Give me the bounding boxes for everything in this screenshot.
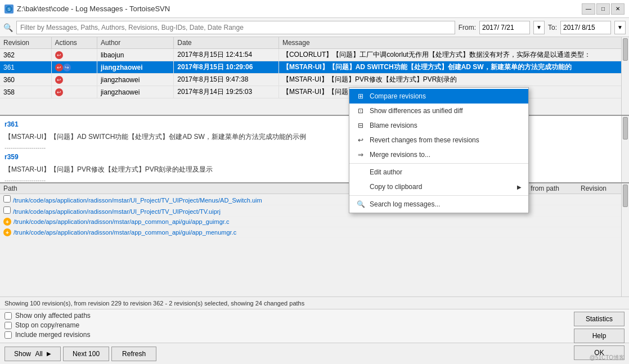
- red-action-icon: ↩: [55, 51, 63, 59]
- log-scrollbar-thumb[interactable]: [623, 38, 628, 61]
- detail-scrollbar[interactable]: [621, 116, 629, 182]
- cell-actions: ↩: [51, 49, 97, 61]
- path-row[interactable]: +/trunk/code/aps/application/radisson/ms…: [0, 217, 629, 227]
- filter-input[interactable]: [16, 21, 455, 34]
- red-action-icon: ↩: [55, 88, 63, 96]
- revision1-link[interactable]: r361: [5, 120, 19, 128]
- menu-item-label: Compare revisions: [370, 92, 426, 100]
- close-button[interactable]: ✕: [611, 3, 624, 15]
- path-section: Path Action Copy from path Revision /tru…: [0, 183, 629, 297]
- menu-item[interactable]: ↩Revert changes from these revisions: [349, 133, 528, 147]
- path-scrollbar-thumb[interactable]: [623, 185, 628, 207]
- path-row[interactable]: /trunk/code/aps/application/radisson/mst…: [0, 205, 629, 217]
- minimize-button[interactable]: —: [582, 3, 595, 15]
- cell-actions: ↩↪: [51, 61, 97, 74]
- checkbox-affected-paths-input[interactable]: [5, 312, 12, 320]
- menu-item[interactable]: ⇒Merge revisions to...: [349, 147, 528, 162]
- path-table-header: Path Action Copy from path Revision: [0, 183, 629, 194]
- blue-action-icon: ↪: [63, 64, 71, 71]
- menu-item-icon: ⊡: [356, 106, 365, 115]
- checkbox-merged-label: Include merged revisions: [15, 331, 90, 339]
- path-plus-icon: +: [3, 228, 11, 236]
- right-buttons: Statistics Help OK: [574, 312, 624, 360]
- path-row[interactable]: /trunk/code/aps/application/radisson/mst…: [0, 194, 629, 205]
- statistics-label: Statistics: [586, 315, 613, 323]
- title-bar: S Z:\bak\test\code - Log Messages - Tort…: [0, 0, 629, 18]
- checkbox-merged-input[interactable]: [5, 331, 12, 339]
- log-table: Revision Actions Author Date Message 362…: [0, 37, 629, 98]
- checkbox-affected-paths-label: Show only affected paths: [15, 312, 91, 320]
- cell-date: 2017年8月15日 9:47:38: [174, 74, 279, 86]
- table-row[interactable]: 360↩jiangzhaowei2017年8月15日 9:47:38【MSTAR…: [0, 74, 629, 86]
- cell-date: 2017年8月14日 19:25:03: [174, 86, 279, 98]
- cell-revision: 361: [0, 61, 51, 74]
- refresh-button[interactable]: Refresh: [111, 347, 156, 361]
- menu-item[interactable]: ⊞Compare revisions: [349, 89, 528, 104]
- checkbox-affected-paths: Show only affected paths: [5, 312, 624, 320]
- menu-item[interactable]: ⊟Blame revisions: [349, 118, 528, 133]
- menu-item-icon: ⊞: [356, 92, 365, 101]
- to-label: To:: [548, 24, 557, 32]
- path-plus-icon: +: [3, 218, 11, 226]
- path-link[interactable]: /trunk/code/aps/application/radisson/mst…: [13, 208, 221, 215]
- menu-item-label: Blame revisions: [370, 122, 417, 129]
- cell-message: 【MSTAR-UI】【问题】PVR修改【处理方式】PVR刻录的: [278, 74, 628, 86]
- to-date-input[interactable]: [560, 21, 611, 34]
- watermark: @51CTO博客: [590, 354, 624, 362]
- path-link[interactable]: /trunk/code/aps/application/radisson/mst…: [14, 218, 229, 225]
- detail-revision1: r361: [5, 119, 624, 129]
- cell-actions: ↩: [51, 74, 97, 86]
- menu-item[interactable]: 🔍Search log messages...: [349, 197, 528, 212]
- from-date-dropdown[interactable]: ▼: [533, 21, 545, 34]
- title-bar-left: S Z:\bak\test\code - Log Messages - Tort…: [5, 5, 170, 14]
- menu-item[interactable]: ⊡Show differences as unified diff: [349, 104, 528, 118]
- revision2-link[interactable]: r359: [5, 153, 19, 161]
- cell-message: 【COLORLUT】【问题】工厂中调colorlut无作用【处理方式】数据没有对…: [278, 49, 628, 61]
- cell-author: jiangzhaowei: [97, 86, 173, 98]
- table-row[interactable]: 362↩libaojun2017年8月15日 12:41:54【COLORLUT…: [0, 49, 629, 61]
- menu-item-icon: [356, 168, 365, 177]
- col-actions: Actions: [51, 37, 97, 49]
- to-date-dropdown[interactable]: ▼: [614, 21, 626, 34]
- search-icon: 🔍: [3, 23, 13, 32]
- from-date-input[interactable]: [479, 21, 530, 34]
- checkbox-merged: Include merged revisions: [5, 331, 624, 339]
- path-row[interactable]: +/trunk/code/aps/application/radisson/ms…: [0, 227, 629, 238]
- path-checkbox[interactable]: [3, 206, 11, 214]
- checkbox-stop-copy: Stop on copy/rename: [5, 321, 624, 329]
- cell-revision: 358: [0, 86, 51, 98]
- table-row[interactable]: 358↩jiangzhaowei2017年8月14日 19:25:03【MSTA…: [0, 86, 629, 98]
- detail-scrollbar-thumb[interactable]: [623, 117, 628, 140]
- menu-arrow-icon: ▶: [517, 184, 522, 190]
- maximize-button[interactable]: □: [596, 3, 610, 15]
- window-title: Z:\bak\test\code - Log Messages - Tortoi…: [17, 5, 170, 13]
- log-scrollbar[interactable]: [621, 37, 629, 115]
- menu-item-icon: ⇒: [356, 150, 365, 159]
- path-scrollbar[interactable]: [621, 183, 629, 296]
- red-action-icon: ↩: [55, 76, 63, 84]
- menu-item[interactable]: Edit author: [349, 165, 528, 179]
- menu-item[interactable]: Copy to clipboard▶: [349, 179, 528, 194]
- detail-text1: 【MSTAR-UI】【问题】AD SWITCH功能【处理方式】创建AD SW，新…: [5, 132, 624, 142]
- statistics-button[interactable]: Statistics: [574, 312, 624, 326]
- red-action-icon: ↩: [55, 64, 63, 71]
- log-table-header: Revision Actions Author Date Message: [0, 37, 629, 49]
- checkbox-stop-copy-input[interactable]: [5, 322, 12, 329]
- path-checkbox[interactable]: [3, 195, 11, 203]
- menu-item-icon: ↩: [356, 136, 365, 145]
- col-message: Message: [278, 37, 628, 49]
- show-button[interactable]: Show All ▶: [5, 347, 61, 361]
- table-row[interactable]: 361↩↪jiangzhaowei2017年8月15日 10:29:06【MST…: [0, 61, 629, 74]
- path-link[interactable]: /trunk/code/aps/application/radisson/mst…: [14, 229, 236, 236]
- from-label: From:: [459, 24, 476, 32]
- help-label: Help: [592, 332, 606, 340]
- next100-button[interactable]: Next 100: [63, 347, 109, 361]
- filter-bar: 🔍 From: ▼ To: ▼: [0, 18, 629, 37]
- bottom-bar: Show All ▶ Next 100 Refresh: [0, 343, 629, 364]
- menu-item-icon: 🔍: [356, 200, 365, 209]
- cell-revision: 362: [0, 49, 51, 61]
- menu-item-label: Edit author: [370, 168, 402, 176]
- cell-date: 2017年8月15日 10:29:06: [174, 61, 279, 74]
- help-button[interactable]: Help: [574, 329, 624, 343]
- path-link[interactable]: /trunk/code/aps/application/radisson/mst…: [13, 197, 262, 204]
